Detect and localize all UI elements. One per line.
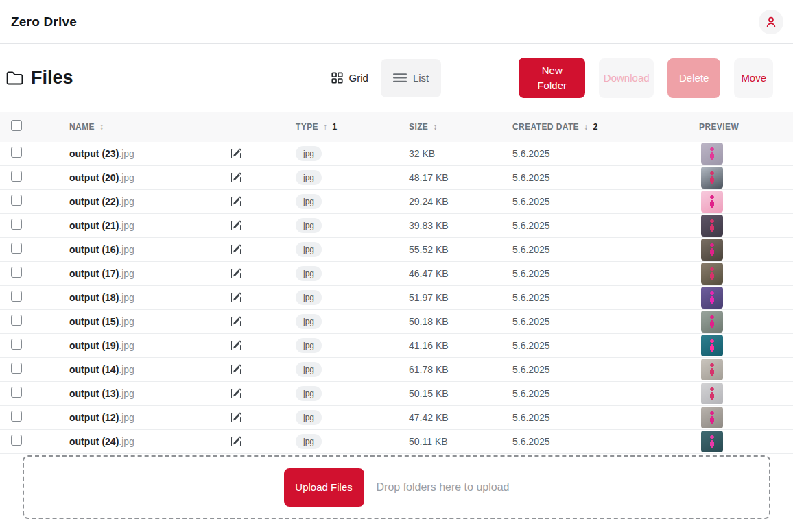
file-name: output (19): [69, 340, 119, 351]
file-preview-thumbnail[interactable]: [701, 263, 723, 285]
file-type-cell: jpg: [296, 194, 409, 209]
edit-cell: [230, 196, 296, 207]
preview-cell: [699, 383, 793, 404]
row-select-cell: [0, 435, 69, 448]
row-checkbox[interactable]: [11, 411, 22, 422]
table-row[interactable]: output (19).jpg jpg 41.16 KB 5.6.2025: [0, 334, 793, 358]
download-button[interactable]: Download: [599, 58, 654, 98]
column-label-size: SIZE: [409, 122, 428, 132]
table-row[interactable]: output (22).jpg jpg 29.24 KB 5.6.2025: [0, 190, 793, 214]
file-preview-thumbnail[interactable]: [701, 167, 723, 189]
edit-icon[interactable]: [230, 268, 241, 279]
list-view-button[interactable]: List: [381, 59, 441, 97]
row-checkbox[interactable]: [11, 171, 22, 182]
edit-icon[interactable]: [230, 196, 241, 207]
file-size: 51.97 KB: [409, 292, 512, 303]
drop-hint-text: Drop folders here to upload: [377, 481, 510, 494]
edit-cell: [230, 220, 296, 231]
file-preview-thumbnail[interactable]: [701, 215, 723, 237]
file-preview-thumbnail[interactable]: [701, 431, 723, 452]
preview-cell: [699, 359, 793, 380]
edit-icon[interactable]: [230, 292, 241, 303]
row-checkbox[interactable]: [11, 315, 22, 326]
move-button[interactable]: Move: [734, 58, 773, 98]
upload-dropzone[interactable]: Upload Files Drop folders here to upload: [23, 455, 770, 519]
table-row[interactable]: output (15).jpg jpg 50.18 KB 5.6.2025: [0, 310, 793, 334]
table-row[interactable]: output (14).jpg jpg 61.78 KB 5.6.2025: [0, 358, 793, 382]
row-select-cell: [0, 147, 69, 160]
column-header-size[interactable]: SIZE ↕: [409, 122, 512, 132]
file-preview-thumbnail[interactable]: [701, 335, 723, 356]
row-checkbox[interactable]: [11, 219, 22, 230]
file-created-date: 5.6.2025: [512, 388, 699, 399]
edit-icon[interactable]: [230, 436, 241, 447]
edit-icon[interactable]: [230, 244, 241, 255]
table-row[interactable]: output (17).jpg jpg 46.47 KB 5.6.2025: [0, 262, 793, 286]
file-name-cell: output (19).jpg: [69, 339, 230, 352]
delete-button[interactable]: Delete: [667, 58, 720, 98]
file-preview-thumbnail[interactable]: [701, 383, 723, 404]
edit-icon[interactable]: [230, 412, 241, 423]
select-all-checkbox[interactable]: [11, 120, 22, 131]
file-preview-thumbnail[interactable]: [701, 287, 723, 309]
table-row[interactable]: output (18).jpg jpg 51.97 KB 5.6.2025: [0, 286, 793, 310]
row-checkbox[interactable]: [11, 147, 22, 158]
file-preview-thumbnail[interactable]: [701, 143, 723, 165]
preview-cell: [699, 287, 793, 309]
row-select-cell: [0, 339, 69, 352]
file-name-cell: output (20).jpg: [69, 171, 230, 184]
table-row[interactable]: output (12).jpg jpg 47.42 KB 5.6.2025: [0, 406, 793, 430]
file-name: output (22): [69, 196, 119, 207]
row-checkbox[interactable]: [11, 267, 22, 278]
upload-files-button[interactable]: Upload Files: [284, 468, 364, 507]
row-checkbox[interactable]: [11, 435, 22, 446]
grid-icon: [331, 72, 343, 84]
page-title: Files: [31, 67, 73, 88]
column-label-created-date: CREATED DATE: [512, 122, 579, 132]
file-preview-thumbnail[interactable]: [701, 359, 723, 380]
file-preview-thumbnail[interactable]: [701, 407, 723, 428]
table-row[interactable]: output (13).jpg jpg 50.15 KB 5.6.2025: [0, 382, 793, 406]
row-checkbox[interactable]: [11, 387, 22, 398]
table-row[interactable]: output (24).jpg jpg 50.11 KB 5.6.2025: [0, 430, 793, 454]
row-checkbox[interactable]: [11, 339, 22, 350]
file-extension: .jpg: [119, 196, 134, 207]
file-type-badge: jpg: [296, 266, 322, 281]
column-header-created-date[interactable]: CREATED DATE ↓ 2: [512, 122, 699, 132]
column-header-type[interactable]: TYPE ↑ 1: [296, 122, 409, 132]
grid-view-button[interactable]: Grid: [319, 59, 381, 97]
file-preview-thumbnail[interactable]: [701, 191, 723, 213]
edit-icon[interactable]: [230, 148, 241, 159]
column-header-name[interactable]: NAME ↕: [69, 122, 296, 132]
file-preview-thumbnail[interactable]: [701, 239, 723, 261]
edit-icon[interactable]: [230, 364, 241, 375]
row-checkbox[interactable]: [11, 363, 22, 374]
file-preview-thumbnail[interactable]: [701, 311, 723, 332]
edit-icon[interactable]: [230, 172, 241, 183]
file-size: 55.52 KB: [409, 244, 512, 255]
table-row[interactable]: output (21).jpg jpg 39.83 KB 5.6.2025: [0, 214, 793, 238]
preview-cell: [699, 239, 793, 261]
user-avatar-button[interactable]: [759, 10, 783, 34]
file-created-date: 5.6.2025: [512, 172, 699, 183]
row-checkbox[interactable]: [11, 195, 22, 206]
edit-icon[interactable]: [230, 388, 241, 399]
file-size: 46.47 KB: [409, 268, 512, 279]
list-view-label: List: [413, 72, 429, 84]
table-row[interactable]: output (20).jpg jpg 48.17 KB 5.6.2025: [0, 166, 793, 190]
edit-icon[interactable]: [230, 220, 241, 231]
table-row[interactable]: output (23).jpg jpg 32 KB 5.6.2025: [0, 142, 793, 166]
new-folder-button[interactable]: New Folder: [519, 58, 585, 98]
sort-both-icon: ↕: [433, 122, 437, 132]
table-row[interactable]: output (16).jpg jpg 55.52 KB 5.6.2025: [0, 238, 793, 262]
file-name: output (16): [69, 244, 119, 255]
edit-icon[interactable]: [230, 340, 241, 351]
row-checkbox[interactable]: [11, 291, 22, 302]
preview-cell: [699, 143, 793, 165]
file-type-cell: jpg: [296, 170, 409, 185]
file-created-date: 5.6.2025: [512, 268, 699, 279]
file-created-date: 5.6.2025: [512, 412, 699, 423]
file-name: output (18): [69, 292, 119, 303]
row-checkbox[interactable]: [11, 243, 22, 254]
edit-icon[interactable]: [230, 316, 241, 327]
